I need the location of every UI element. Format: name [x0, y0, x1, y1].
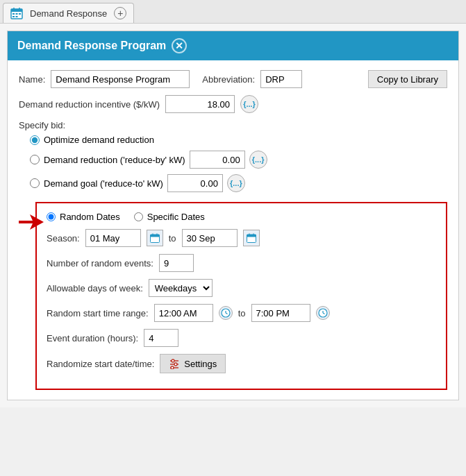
season-from-calendar-button[interactable] [147, 230, 163, 246]
panel-close-button[interactable]: ✕ [172, 38, 187, 53]
svg-rect-8 [16, 16, 18, 17]
radio-specific-dates[interactable] [134, 212, 143, 221]
random-dates-section: Random Dates Specific Dates Season: [35, 202, 447, 390]
specific-dates-group: Specific Dates [134, 212, 205, 222]
copy-to-library-button[interactable]: Copy to Library [368, 70, 447, 88]
time-to-clock-button[interactable] [316, 306, 330, 320]
demand-response-tab[interactable]: Demand Response + [3, 3, 134, 23]
randomize-row: Randomize start date/time: Settings [47, 354, 436, 373]
tab-label: Demand Response [30, 8, 107, 19]
panel-header: Demand Response Program ✕ [8, 31, 458, 60]
tab-add-button[interactable]: + [114, 7, 126, 19]
calendar-to-icon [247, 233, 256, 243]
panel-title-group: Demand Response Program ✕ [17, 38, 187, 53]
radio-reduce-by-label: Demand reduction ('reduce-by' kW) [44, 155, 185, 165]
name-input[interactable] [51, 70, 190, 88]
date-type-row: Random Dates Specific Dates [47, 212, 436, 222]
reduce-by-input[interactable] [190, 151, 245, 169]
incentive-expr-button[interactable]: {...} [240, 95, 258, 113]
radio-reduce-by-row: Demand reduction ('reduce-by' kW) {...} [19, 151, 447, 169]
season-to-input[interactable] [182, 229, 238, 247]
svg-rect-7 [13, 16, 15, 17]
random-dates-group: Random Dates [47, 212, 120, 222]
svg-marker-9 [19, 214, 44, 230]
clock-from-icon [221, 308, 231, 318]
name-label: Name: [19, 74, 45, 85]
tab-bar: Demand Response + [0, 0, 466, 24]
reduce-by-expr-button[interactable]: {...} [249, 151, 267, 169]
main-content: Demand Response Program ✕ Name: Abbrevia… [0, 24, 466, 407]
radio-optimize-label: Optimize demand reduction [44, 135, 154, 145]
season-to-calendar-button[interactable] [243, 230, 260, 246]
specific-dates-label: Specific Dates [147, 212, 205, 222]
calendar-from-icon [150, 233, 160, 243]
time-range-row: Random start time range: to [47, 304, 436, 322]
reduce-to-input[interactable] [167, 174, 223, 192]
settings-btn-label: Settings [184, 359, 217, 369]
abbreviation-input[interactable] [260, 70, 302, 88]
random-dates-label: Random Dates [60, 212, 120, 222]
time-to-input[interactable] [251, 304, 310, 322]
highlight-wrapper: Random Dates Specific Dates Season: [19, 198, 447, 390]
calendar-icon [10, 7, 23, 19]
duration-label: Event duration (hours): [47, 333, 138, 343]
radio-reduce-to[interactable] [30, 178, 40, 188]
incentive-label: Demand reduction incentive ($/kW) [19, 99, 160, 110]
reduce-to-expr-button[interactable]: {...} [227, 174, 245, 192]
arrow-icon [19, 212, 44, 232]
svg-rect-5 [16, 13, 18, 15]
duration-input[interactable] [144, 329, 178, 347]
events-row: Number of random events: [47, 254, 436, 272]
days-select[interactable]: Weekdays Weekends All Days [149, 279, 213, 297]
duration-row: Event duration (hours): [47, 329, 436, 347]
clock-to-icon [318, 308, 328, 318]
season-from-input[interactable] [85, 229, 141, 247]
svg-rect-11 [150, 235, 159, 237]
form-area: Name: Abbreviation: Copy to Library Dema… [8, 60, 458, 400]
abbrev-label: Abbreviation: [202, 74, 255, 85]
radio-random-dates[interactable] [47, 212, 56, 221]
svg-rect-6 [19, 13, 21, 15]
radio-reduce-to-row: Demand goal ('reduce-to' kW) {...} [19, 174, 447, 192]
time-range-label: Random start time range: [47, 308, 149, 318]
panel-title: Demand Response Program [17, 40, 166, 52]
radio-optimize-row: Optimize demand reduction [19, 135, 447, 145]
settings-sliders-icon [169, 358, 180, 369]
radio-optimize[interactable] [30, 135, 40, 145]
events-input[interactable] [159, 254, 194, 272]
time-from-input[interactable] [154, 304, 213, 322]
arrow-area [19, 198, 44, 232]
radio-reduce-by[interactable] [30, 155, 40, 164]
randomize-label: Randomize start date/time: [47, 359, 154, 369]
svg-rect-1 [11, 9, 22, 12]
season-row: Season: to [47, 229, 436, 247]
incentive-input[interactable] [165, 95, 235, 113]
svg-rect-15 [247, 235, 256, 237]
season-to-label: to [169, 233, 176, 244]
svg-point-25 [172, 359, 174, 362]
days-row: Allowable days of week: Weekdays Weekend… [47, 279, 436, 297]
svg-rect-4 [13, 13, 15, 15]
name-row: Name: Abbreviation: Copy to Library [19, 70, 447, 88]
svg-point-27 [174, 363, 177, 366]
time-to-label: to [238, 308, 246, 318]
settings-button[interactable]: Settings [160, 354, 226, 373]
incentive-row: Demand reduction incentive ($/kW) {...} [19, 95, 447, 113]
time-from-clock-button[interactable] [219, 306, 233, 320]
days-label: Allowable days of week: [47, 283, 143, 294]
season-label: Season: [47, 233, 80, 244]
specify-bid-label: Specify bid: [19, 120, 447, 130]
radio-reduce-to-label: Demand goal ('reduce-to' kW) [44, 178, 163, 189]
events-label: Number of random events: [47, 258, 153, 269]
svg-point-29 [171, 366, 174, 369]
demand-response-panel: Demand Response Program ✕ Name: Abbrevia… [7, 31, 459, 400]
